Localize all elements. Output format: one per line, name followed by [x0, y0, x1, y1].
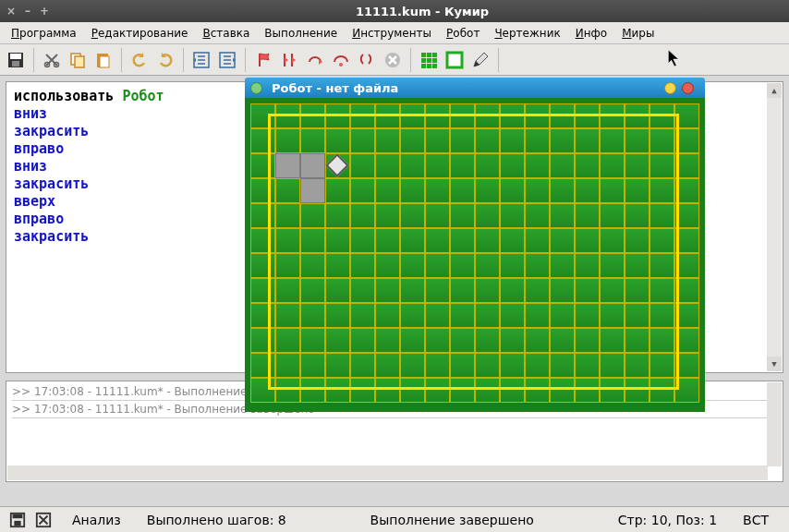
grid-cell[interactable]	[250, 353, 275, 378]
step-into-icon[interactable]	[303, 48, 327, 72]
grid-cell[interactable]	[325, 103, 350, 128]
grid-cell[interactable]	[525, 253, 550, 278]
grid-cell[interactable]	[250, 378, 275, 403]
grid-cell[interactable]	[275, 303, 300, 328]
grid-cell[interactable]	[674, 353, 699, 378]
grid-cell[interactable]	[350, 378, 375, 403]
grid-cell[interactable]	[350, 128, 375, 153]
grid-cell[interactable]	[625, 178, 649, 203]
grid-cell[interactable]	[450, 278, 475, 303]
grid-cell[interactable]	[400, 203, 425, 228]
grid-cell[interactable]	[400, 178, 425, 203]
grid-cell[interactable]	[600, 128, 625, 153]
grid-cell[interactable]	[325, 178, 350, 203]
grid-cell[interactable]	[674, 178, 699, 203]
grid-cell[interactable]	[475, 303, 500, 328]
grid-cell[interactable]	[275, 228, 300, 253]
grid-cell[interactable]	[375, 178, 400, 203]
grid-cell[interactable]	[375, 153, 400, 178]
grid-icon[interactable]	[417, 48, 441, 72]
grid-cell[interactable]	[600, 203, 625, 228]
grid-cell[interactable]	[400, 153, 425, 178]
grid-cell[interactable]	[375, 278, 400, 303]
step-out-icon[interactable]	[355, 48, 379, 72]
grid-cell[interactable]	[425, 253, 450, 278]
grid-cell[interactable]	[450, 153, 475, 178]
grid-cell[interactable]	[250, 328, 275, 353]
grid-cell[interactable]	[250, 153, 275, 178]
grid-cell[interactable]	[625, 228, 649, 253]
grid-cell[interactable]	[425, 328, 450, 353]
grid-cell[interactable]	[575, 378, 600, 403]
grid-cell[interactable]	[475, 203, 500, 228]
grid-cell[interactable]	[375, 353, 400, 378]
grid-cell[interactable]	[300, 253, 325, 278]
window-minimize-icon[interactable]: –	[22, 6, 33, 17]
grid-cell[interactable]	[550, 378, 575, 403]
grid-cell[interactable]	[525, 328, 550, 353]
grid-cell[interactable]	[475, 278, 500, 303]
grid-cell[interactable]	[550, 328, 575, 353]
grid-cell[interactable]	[250, 303, 275, 328]
grid-cell[interactable]	[300, 303, 325, 328]
grid-cell[interactable]	[625, 253, 649, 278]
grid-cell[interactable]	[275, 203, 300, 228]
menu-run[interactable]: Выполнение	[257, 24, 345, 42]
menu-worlds[interactable]: Миры	[614, 24, 662, 42]
grid-cell[interactable]	[649, 353, 674, 378]
grid-cell[interactable]	[525, 228, 550, 253]
grid-cell[interactable]	[500, 203, 525, 228]
grid-cell[interactable]	[350, 328, 375, 353]
grid-cell[interactable]	[300, 203, 325, 228]
grid-cell[interactable]	[375, 128, 400, 153]
grid-cell[interactable]	[350, 278, 375, 303]
menu-drafter[interactable]: Чертежник	[487, 24, 567, 42]
grid-cell[interactable]	[600, 253, 625, 278]
grid-cell[interactable]	[600, 328, 625, 353]
grid-cell[interactable]	[300, 278, 325, 303]
grid-cell[interactable]	[350, 178, 375, 203]
window-close-icon[interactable]: ×	[6, 6, 17, 17]
grid-cell[interactable]	[425, 128, 450, 153]
grid-cell[interactable]	[550, 203, 575, 228]
save-status-icon[interactable]	[7, 510, 28, 530]
grid-cell[interactable]	[475, 103, 500, 128]
grid-cell[interactable]	[275, 328, 300, 353]
grid-cell[interactable]	[250, 203, 275, 228]
grid-cell[interactable]	[500, 353, 525, 378]
grid-cell[interactable]	[325, 128, 350, 153]
grid-cell[interactable]	[275, 253, 300, 278]
grid-cell[interactable]	[250, 278, 275, 303]
grid-cell[interactable]	[450, 303, 475, 328]
grid-cell[interactable]	[550, 103, 575, 128]
grid-cell[interactable]	[674, 153, 699, 178]
copy-icon[interactable]	[66, 48, 90, 72]
grid-cell[interactable]	[275, 278, 300, 303]
run-icon[interactable]	[251, 48, 275, 72]
grid-cell[interactable]	[625, 103, 649, 128]
grid-cell[interactable]	[475, 353, 500, 378]
grid-cell[interactable]	[450, 353, 475, 378]
grid-cell[interactable]	[674, 303, 699, 328]
grid-cell[interactable]	[500, 253, 525, 278]
grid-cell[interactable]	[575, 103, 600, 128]
grid-cell[interactable]	[375, 103, 400, 128]
grid-cell[interactable]	[325, 353, 350, 378]
grid-cell[interactable]	[450, 378, 475, 403]
grid-cell[interactable]	[674, 278, 699, 303]
grid-cell[interactable]	[275, 353, 300, 378]
grid-cell[interactable]	[400, 253, 425, 278]
grid-cell[interactable]	[500, 153, 525, 178]
grid-cell[interactable]	[375, 253, 400, 278]
grid-cell[interactable]	[649, 228, 674, 253]
grid-cell[interactable]	[450, 328, 475, 353]
grid-cell[interactable]	[649, 128, 674, 153]
grid-cell[interactable]	[500, 103, 525, 128]
grid-cell[interactable]	[400, 353, 425, 378]
menu-insert[interactable]: Вставка	[195, 24, 257, 42]
paste-icon[interactable]	[91, 48, 115, 72]
grid-cell[interactable]	[600, 353, 625, 378]
step-over-icon[interactable]	[329, 48, 353, 72]
grid-cell[interactable]	[425, 278, 450, 303]
undo-icon[interactable]	[127, 48, 152, 72]
